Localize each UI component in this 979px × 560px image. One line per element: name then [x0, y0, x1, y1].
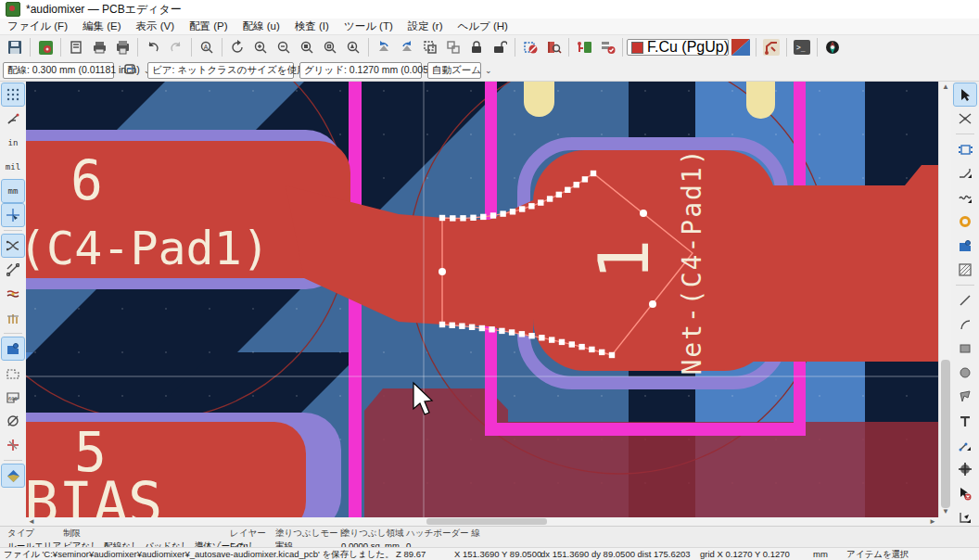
show-ratsnest-button[interactable] — [2, 235, 24, 257]
scroll-up-arrow[interactable]: ▲ — [939, 82, 952, 93]
draw-rectangle-button[interactable] — [954, 337, 976, 360]
menu-route[interactable]: 配線 (u) — [235, 19, 287, 33]
redo-button[interactable] — [165, 37, 187, 57]
route-differential-pairs-button[interactable] — [954, 186, 976, 209]
track-width-menu-button[interactable] — [120, 60, 142, 81]
add-rule-area-button[interactable] — [954, 259, 976, 281]
vertex-handle[interactable] — [500, 210, 505, 216]
yellow-pad[interactable] — [746, 82, 775, 119]
board-setup-button[interactable] — [34, 37, 57, 57]
vertex-handle[interactable] — [539, 335, 544, 340]
polar-coordinates-button[interactable] — [2, 108, 24, 130]
zone-outline-display-button[interactable] — [2, 362, 24, 384]
select-tool-button[interactable] — [954, 83, 976, 106]
vertical-scroll-thumb[interactable] — [941, 360, 950, 508]
vertex-handle[interactable] — [510, 209, 515, 214]
menu-help[interactable]: ヘルプ (H) — [450, 19, 515, 33]
midpoint-handle[interactable] — [640, 210, 647, 217]
vertex-handle[interactable] — [460, 215, 465, 221]
vertex-handle[interactable] — [479, 325, 485, 331]
vertex-handle[interactable] — [490, 212, 496, 218]
rotate-ccw-button[interactable] — [373, 37, 395, 57]
zoom-in-button[interactable] — [249, 37, 272, 57]
vertex-handle[interactable] — [469, 325, 475, 330]
add-via-button[interactable] — [954, 210, 976, 233]
via-size-dropdown[interactable]: ビア: ネットクラスのサイズを使用 ⌄ — [147, 62, 294, 79]
inactive-layer-dim-button[interactable] — [2, 465, 24, 487]
grid-visibility-button[interactable] — [2, 83, 24, 106]
layer-select-dropdown[interactable]: F.Cu (PgUp) ⌄ — [627, 39, 729, 56]
vertex-handle[interactable] — [489, 326, 494, 332]
pad-fill-display-button[interactable] — [2, 410, 24, 432]
lock-button[interactable] — [465, 37, 488, 57]
net-highlight-button[interactable] — [2, 283, 24, 305]
menu-preferences[interactable]: 設定 (r) — [400, 19, 451, 33]
scroll-down-arrow[interactable]: ▼ — [939, 506, 952, 517]
zoom-out-button[interactable] — [273, 37, 295, 57]
grid-size-dropdown[interactable]: グリッド: 0.1270 mm (0.0050 inch) ⌄ — [299, 62, 422, 79]
vertex-handle[interactable] — [582, 176, 588, 182]
vertex-handle[interactable] — [591, 171, 596, 176]
add-dimension-button[interactable] — [954, 434, 976, 456]
plot-button[interactable] — [111, 37, 134, 57]
unlock-button[interactable] — [489, 37, 511, 57]
vertex-handle[interactable] — [556, 192, 562, 197]
draw-arc-button[interactable] — [954, 313, 976, 336]
track-width-dropdown[interactable]: 配線: 0.300 mm (0.01181 inch) ⌄ — [3, 62, 114, 79]
search-footprints-button[interactable] — [542, 37, 565, 57]
update-pcb-button[interactable] — [573, 37, 595, 57]
zone-fracture-display-button[interactable]: 600 — [2, 386, 24, 408]
vertex-handle[interactable] — [565, 187, 570, 193]
vertex-handle[interactable] — [599, 350, 604, 355]
layer-pair-swatch[interactable] — [730, 37, 752, 57]
zoom-preset-dropdown[interactable]: 自動ズーム ⌄ — [427, 62, 481, 79]
vertex-handle[interactable] — [547, 196, 553, 201]
vertex-handle[interactable] — [439, 215, 445, 221]
midpoint-handle[interactable] — [649, 300, 656, 308]
menu-tools[interactable]: ツール (T) — [337, 19, 400, 33]
menu-file[interactable]: ファイル (F) — [0, 19, 75, 33]
vertex-handle[interactable] — [459, 324, 464, 329]
magenta-track-bottom[interactable] — [485, 423, 806, 436]
draw-circle-button[interactable] — [954, 362, 976, 384]
menu-place[interactable]: 配置 (P) — [182, 19, 235, 33]
units-inches-button[interactable]: in — [2, 132, 24, 154]
route-tracks-button[interactable] — [760, 37, 782, 57]
print-button[interactable] — [88, 37, 110, 57]
delete-tool-button[interactable] — [954, 482, 976, 504]
ungroup-button[interactable] — [442, 37, 464, 57]
units-mm-button[interactable]: mm — [2, 180, 24, 202]
net-color-mode-button[interactable] — [2, 307, 24, 329]
zoom-to-selection-button[interactable] — [342, 37, 364, 57]
vertex-handle[interactable] — [528, 333, 534, 338]
menu-edit[interactable]: 編集 (E) — [75, 19, 129, 33]
vertex-handle[interactable] — [549, 337, 554, 342]
vertex-handle[interactable] — [609, 352, 615, 358]
magnetic-snap-compass-button[interactable] — [821, 37, 844, 57]
scroll-right-arrow[interactable]: ► — [929, 517, 936, 526]
vertex-handle[interactable] — [574, 182, 579, 187]
draw-polygon-button[interactable] — [954, 386, 976, 408]
vertex-handle[interactable] — [578, 344, 584, 350]
track-fill-display-button[interactable] — [2, 434, 24, 456]
vertex-handle[interactable] — [559, 339, 565, 345]
scripting-console-button[interactable]: >_ — [791, 37, 813, 57]
midpoint-handle[interactable] — [439, 268, 446, 275]
menu-view[interactable]: 表示 (V) — [129, 19, 183, 33]
vertex-handle[interactable] — [538, 199, 543, 205]
vertex-handle[interactable] — [569, 341, 575, 347]
scroll-left-arrow[interactable]: ◄ — [28, 517, 35, 526]
vertex-handle[interactable] — [509, 329, 515, 335]
add-text-button[interactable] — [954, 410, 976, 432]
pcb-canvas[interactable]: 6 (C4-Pad1) 1 Net-(C4-Pad1) 5 BIAS — [26, 82, 938, 517]
horizontal-scroll-thumb[interactable] — [426, 518, 547, 525]
add-alignment-target-button[interactable] — [954, 458, 976, 480]
yellow-pad[interactable] — [524, 82, 554, 117]
undo-button[interactable] — [142, 37, 164, 57]
add-filled-zone-button[interactable] — [954, 235, 976, 257]
group-button[interactable] — [419, 37, 441, 57]
find-button[interactable]: A — [196, 37, 218, 57]
draw-line-button[interactable] — [954, 289, 976, 312]
vertex-handle[interactable] — [589, 347, 594, 352]
drc-button[interactable] — [596, 37, 618, 57]
